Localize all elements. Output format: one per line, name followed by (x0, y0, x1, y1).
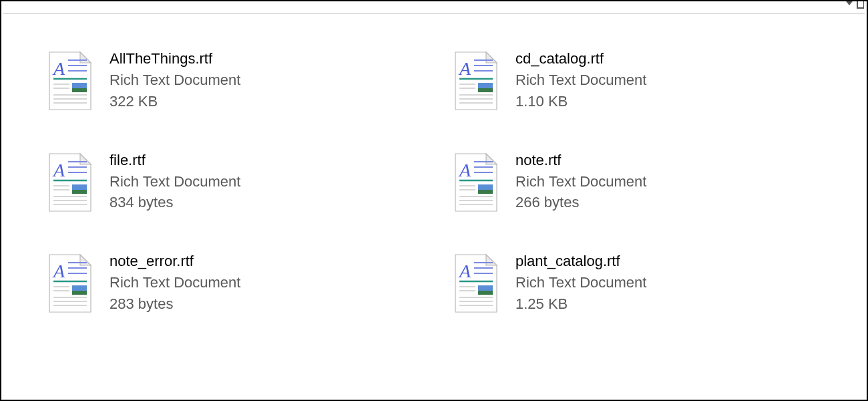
svg-rect-8 (72, 88, 87, 92)
svg-rect-68 (478, 291, 493, 295)
file-item[interactable]: A note_error.rtf Rich Text Document 283 … (48, 251, 414, 315)
rtf-file-icon: A (48, 152, 92, 213)
rtf-file-icon: A (48, 253, 92, 313)
svg-text:A: A (52, 58, 65, 79)
svg-text:A: A (458, 58, 471, 79)
rtf-file-icon: A (454, 152, 498, 213)
svg-rect-0 (857, 0, 864, 8)
file-size: 834 bytes (110, 192, 240, 213)
file-name: AllTheThings.rtf (110, 48, 240, 70)
file-type: Rich Text Document (515, 272, 646, 293)
svg-text:A: A (458, 160, 471, 180)
file-info: file.rtf Rich Text Document 834 bytes (110, 150, 240, 214)
rtf-file-icon: A (454, 253, 498, 313)
file-item[interactable]: A note.rtf Rich Text Document 266 bytes (454, 150, 820, 214)
svg-rect-20 (478, 88, 493, 92)
svg-rect-32 (72, 190, 87, 194)
file-name: file.rtf (110, 150, 240, 171)
file-info: note_error.rtf Rich Text Document 283 by… (110, 251, 240, 315)
svg-text:A: A (458, 261, 471, 281)
file-type: Rich Text Document (110, 171, 240, 192)
file-type: Rich Text Document (110, 70, 240, 91)
file-type: Rich Text Document (515, 70, 646, 91)
svg-text:A: A (52, 261, 65, 281)
rtf-file-icon: A (48, 51, 92, 111)
file-info: note.rtf Rich Text Document 266 bytes (515, 150, 646, 214)
file-size: 266 bytes (515, 192, 646, 213)
svg-text:A: A (52, 160, 65, 180)
file-name: note_error.rtf (110, 251, 240, 272)
corner-decor-icon (844, 0, 864, 9)
file-name: note.rtf (515, 150, 646, 171)
file-item[interactable]: A file.rtf Rich Text Document 834 bytes (48, 150, 414, 214)
svg-rect-56 (72, 291, 87, 295)
top-divider (3, 13, 865, 14)
file-size: 283 bytes (110, 293, 240, 315)
file-info: AllTheThings.rtf Rich Text Document 322 … (110, 48, 240, 112)
file-info: plant_catalog.rtf Rich Text Document 1.2… (515, 251, 646, 315)
file-size: 322 KB (110, 91, 240, 112)
file-type: Rich Text Document (515, 171, 646, 192)
file-type: Rich Text Document (110, 272, 240, 293)
file-info: cd_catalog.rtf Rich Text Document 1.10 K… (515, 48, 646, 112)
svg-rect-44 (478, 190, 493, 194)
file-name: cd_catalog.rtf (515, 48, 646, 70)
file-size: 1.10 KB (515, 91, 646, 112)
file-name: plant_catalog.rtf (515, 251, 646, 272)
file-grid: A AllTheThings.rtf Rich Text Document 32… (1, 1, 867, 315)
file-item[interactable]: A AllTheThings.rtf Rich Text Document 32… (48, 48, 414, 112)
file-size: 1.25 KB (515, 293, 646, 315)
rtf-file-icon: A (454, 51, 498, 111)
file-item[interactable]: A plant_catalog.rtf Rich Text Document 1… (454, 251, 820, 315)
file-item[interactable]: A cd_catalog.rtf Rich Text Document 1.10… (454, 48, 820, 112)
